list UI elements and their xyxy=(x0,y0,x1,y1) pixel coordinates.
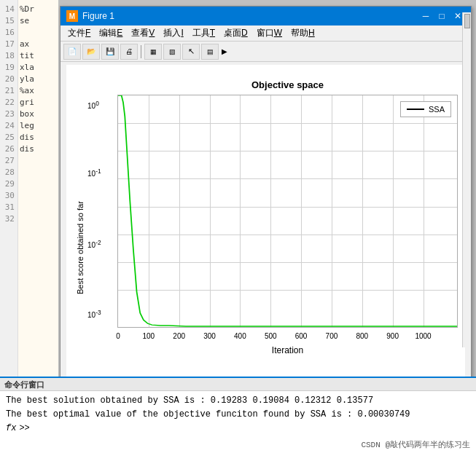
y-tick-10-0: 100 xyxy=(87,100,99,110)
code-line-7: yla xyxy=(20,74,57,85)
y-tick-10-neg3: 10-3 xyxy=(87,309,101,319)
title-bar-buttons: ─ □ ✕ xyxy=(418,9,465,23)
command-window-title: 命令行窗口 xyxy=(0,378,476,391)
line-num-23: 23 xyxy=(0,109,17,120)
toolbar-print[interactable]: 🖨 xyxy=(120,44,138,60)
code-line-5: tit xyxy=(20,50,57,62)
toolbar-sep1 xyxy=(141,45,141,58)
maximize-button[interactable]: □ xyxy=(434,9,449,23)
line-num-15: 15 xyxy=(0,15,17,27)
code-line-6: xla xyxy=(20,62,57,74)
line-num-29: 29 xyxy=(0,178,17,190)
x-tick-500: 500 xyxy=(265,332,277,340)
code-line-4: ax xyxy=(20,39,57,50)
y-tick-10-neg2: 10-2 xyxy=(87,239,101,249)
command-line-1: The best solution obtained by SSA is : 0… xyxy=(6,394,470,408)
line-num-18: 18 xyxy=(0,50,17,62)
x-tick-0: 0 xyxy=(116,332,120,340)
editor-code-area[interactable]: %Dr se ax tit xla yla %ax gri box leg di… xyxy=(18,0,58,386)
y-axis-label: Best score obtained so far xyxy=(76,149,85,294)
command-line-2: The best optimal value of the objective … xyxy=(6,408,470,422)
prompt-fx-label: fx xyxy=(6,423,16,433)
x-tick-400: 400 xyxy=(234,332,246,340)
toolbar-view3[interactable]: ▤ xyxy=(201,44,219,60)
code-line-3 xyxy=(20,27,57,39)
line-num-31: 31 xyxy=(0,202,17,213)
editor-line-numbers: 14 15 16 17 18 19 20 21 22 23 24 25 26 2… xyxy=(0,0,18,386)
window-title: Figure 1 xyxy=(82,11,114,21)
title-bar-left: M Figure 1 xyxy=(66,10,114,22)
minimize-button[interactable]: ─ xyxy=(418,9,433,23)
line-num-21: 21 xyxy=(0,85,17,97)
line-num-16: 16 xyxy=(0,27,17,39)
x-tick-100: 100 xyxy=(143,332,155,340)
x-tick-600: 600 xyxy=(295,332,308,340)
chart-title: Objective space xyxy=(117,79,458,90)
line-num-25: 25 xyxy=(0,132,17,143)
line-num-20: 20 xyxy=(0,74,17,85)
x-axis-label: Iteration xyxy=(117,345,458,355)
scroll-thumb xyxy=(464,14,470,28)
line-num-17: 17 xyxy=(0,39,17,50)
menu-tools[interactable]: 工具T xyxy=(188,25,219,41)
menu-desktop[interactable]: 桌面D xyxy=(219,25,252,41)
x-tick-900: 900 xyxy=(386,332,399,340)
toolbar-new[interactable]: 📄 xyxy=(63,44,81,60)
line-num-32: 32 xyxy=(0,213,17,225)
legend-label-ssa: SSA xyxy=(429,105,445,114)
toolbar-open[interactable]: 📂 xyxy=(82,44,100,60)
legend-line-ssa xyxy=(407,109,424,110)
toolbar-expand[interactable]: ▶ xyxy=(220,44,229,60)
legend: SSA xyxy=(400,101,451,117)
matlab-icon: M xyxy=(66,10,78,22)
command-prompt: fx >> xyxy=(6,423,470,433)
figure-window: M Figure 1 ─ □ ✕ 文件F 编辑E 查看V 插入I 工具T 桌面D… xyxy=(60,6,472,385)
code-line-12: dis xyxy=(20,132,57,143)
menu-window[interactable]: 窗口W xyxy=(252,25,286,41)
command-content[interactable]: The best solution obtained by SSA is : 0… xyxy=(0,391,476,453)
menu-view[interactable]: 查看V xyxy=(127,25,159,41)
x-tick-700: 700 xyxy=(326,332,338,340)
code-line-9: gri xyxy=(20,97,57,109)
line-num-24: 24 xyxy=(0,120,17,132)
x-tick-800: 800 xyxy=(356,332,368,340)
code-line-8: %ax xyxy=(20,85,57,97)
line-num-14: 14 xyxy=(0,4,17,15)
prompt-cursor: >> xyxy=(19,423,29,433)
command-window: 命令行窗口 The best solution obtained by SSA … xyxy=(0,377,476,453)
code-line-11: leg xyxy=(20,120,57,132)
menu-help[interactable]: 帮助H xyxy=(286,25,319,41)
toolbar-view1[interactable]: ▦ xyxy=(144,44,162,60)
line-num-27: 27 xyxy=(0,155,17,167)
plot-area: Best score obtained so far Objective spa… xyxy=(66,65,465,378)
title-bar: M Figure 1 ─ □ ✕ xyxy=(61,7,471,25)
line-num-22: 22 xyxy=(0,97,17,109)
menu-bar: 文件F 编辑E 查看V 插入I 工具T 桌面D 窗口W 帮助H xyxy=(61,25,471,42)
toolbar: 📄 📂 💾 🖨 ▦ ▧ ↖ ▤ ▶ xyxy=(61,42,471,62)
menu-edit[interactable]: 编辑E xyxy=(95,25,127,41)
chart-svg xyxy=(118,95,457,327)
line-num-30: 30 xyxy=(0,190,17,202)
chart-container: Best score obtained so far Objective spa… xyxy=(66,65,465,378)
y-tick-10-neg1: 10-1 xyxy=(87,168,101,178)
x-tick-200: 200 xyxy=(173,332,185,340)
line-num-26: 26 xyxy=(0,143,17,155)
toolbar-view2[interactable]: ▧ xyxy=(163,44,181,60)
code-line-1: %Dr xyxy=(20,4,57,15)
footer-text: CSDN @敲代码两年半的练习生 xyxy=(361,439,470,450)
side-scrollbar[interactable] xyxy=(462,12,471,347)
toolbar-save[interactable]: 💾 xyxy=(101,44,119,60)
toolbar-cursor[interactable]: ↖ xyxy=(182,44,200,60)
chart-inner: 100 10-1 10-2 10-3 0 100 200 300 400 500… xyxy=(117,95,458,328)
line-num-28: 28 xyxy=(0,167,17,178)
code-line-2: se xyxy=(20,15,57,27)
code-line-13: dis xyxy=(20,143,57,155)
x-tick-300: 300 xyxy=(203,332,216,340)
line-num-19: 19 xyxy=(0,62,17,74)
x-tick-1000: 1000 xyxy=(415,332,431,340)
menu-insert[interactable]: 插入I xyxy=(159,25,187,41)
menu-file[interactable]: 文件F xyxy=(63,25,95,41)
code-line-10: box xyxy=(20,109,57,120)
